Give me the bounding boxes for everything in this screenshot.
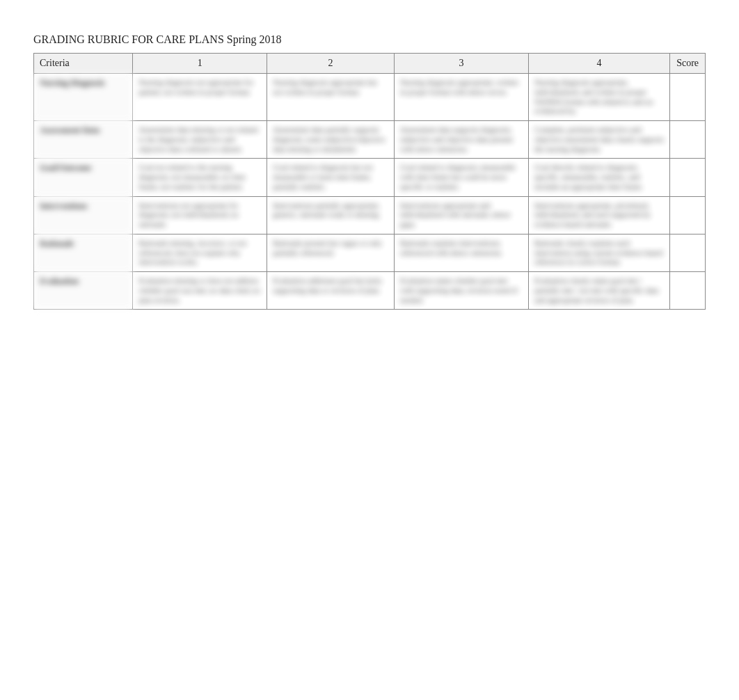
page-title: GRADING RUBRIC FOR CARE PLANS Spring 201…: [33, 33, 706, 46]
cell: Goal directly related to diagnosis; spec…: [529, 159, 670, 196]
cell: Evaluation missing or does not address w…: [133, 272, 267, 310]
cell: Evaluation addresses goal but lacks supp…: [267, 272, 395, 310]
cell: Rationale missing, incorrect, or not ref…: [133, 234, 267, 271]
table-row: Assessment Data Assessment data missing …: [34, 121, 706, 159]
cell: Evaluation clearly states goal met / par…: [529, 272, 670, 310]
cell: Assessment data partially supports diagn…: [267, 121, 395, 159]
cell: Complete, pertinent subjective and objec…: [529, 121, 670, 159]
row-label: Evaluation: [34, 272, 133, 310]
row-label: Interventions: [34, 196, 133, 234]
cell: Evaluation states whether goal met with …: [395, 272, 529, 310]
cell: Rationale clearly explains each interven…: [529, 234, 670, 271]
cell: Assessment data supports diagnosis; subj…: [395, 121, 529, 159]
table-row: Interventions Interventions not appropri…: [34, 196, 706, 234]
cell: Rationale explains interventions; refere…: [395, 234, 529, 271]
score-cell: [670, 196, 706, 234]
score-cell: [670, 121, 706, 159]
table-row: Nursing Diagnosis Nursing diagnosis not …: [34, 74, 706, 121]
header-col-2: 2: [267, 54, 395, 74]
rubric-table: Criteria 1 2 3 4 Score Nursing Diagnosis…: [33, 53, 706, 310]
cell: Interventions appropriate and individual…: [395, 196, 529, 234]
cell: Goal related to diagnosis but not measur…: [267, 159, 395, 196]
header-score: Score: [670, 54, 706, 74]
table-row: Rationale Rationale missing, incorrect, …: [34, 234, 706, 271]
score-cell: [670, 272, 706, 310]
header-criteria: Criteria: [34, 54, 133, 74]
table-header: Criteria 1 2 3 4 Score: [34, 54, 706, 74]
cell: Goal related to diagnosis; measurable wi…: [395, 159, 529, 196]
cell: Nursing diagnosis not appropriate for pa…: [133, 74, 267, 121]
cell: Nursing diagnosis appropriate; written i…: [395, 74, 529, 121]
header-col-1: 1: [133, 54, 267, 74]
row-label: Goal/Outcome: [34, 159, 133, 196]
table-row: Evaluation Evaluation missing or does no…: [34, 272, 706, 310]
cell: Rationale present but vague or only part…: [267, 234, 395, 271]
table-row: Goal/Outcome Goal not related to the nur…: [34, 159, 706, 196]
cell: Nursing diagnosis appropriate but not wr…: [267, 74, 395, 121]
cell: Interventions not appropriate for diagno…: [133, 196, 267, 234]
score-cell: [670, 159, 706, 196]
cell: Assessment data missing or not related t…: [133, 121, 267, 159]
cell: Nursing diagnosis appropriate, individua…: [529, 74, 670, 121]
header-col-4: 4: [529, 54, 670, 74]
row-label: Assessment Data: [34, 121, 133, 159]
row-label: Rationale: [34, 234, 133, 271]
score-cell: [670, 234, 706, 271]
cell: Goal not related to the nursing diagnosi…: [133, 159, 267, 196]
score-cell: [670, 74, 706, 121]
table-body: Nursing Diagnosis Nursing diagnosis not …: [34, 74, 706, 310]
row-label: Nursing Diagnosis: [34, 74, 133, 121]
cell: Interventions appropriate, prioritized, …: [529, 196, 670, 234]
cell: Interventions partially appropriate; gen…: [267, 196, 395, 234]
header-col-3: 3: [395, 54, 529, 74]
